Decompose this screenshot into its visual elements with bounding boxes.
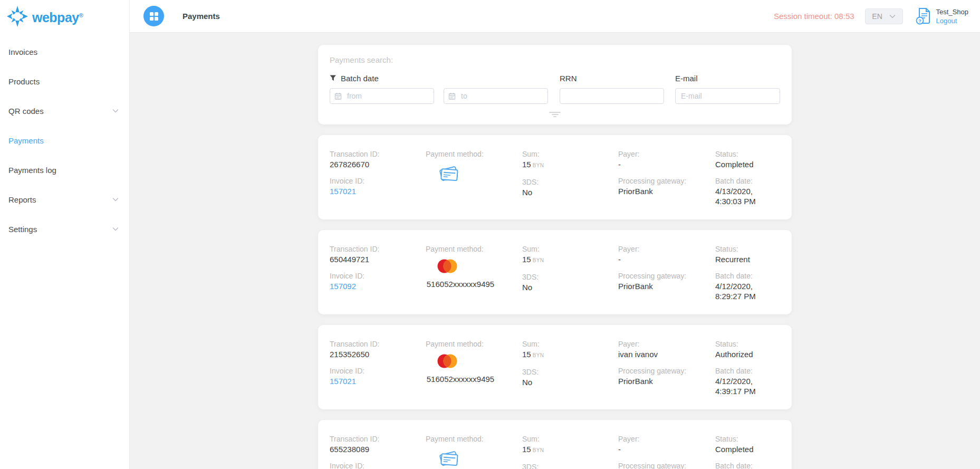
language-select[interactable]: EN bbox=[865, 8, 903, 24]
status-column: Status: Recurrent Batch date: 4/12/2020,… bbox=[715, 244, 781, 301]
sum-label: Sum: bbox=[522, 434, 618, 444]
webpay-logo[interactable]: webpay® bbox=[0, 0, 129, 30]
transaction-id-label: Transaction ID: bbox=[330, 149, 426, 159]
sidebar-item-settings[interactable]: Settings bbox=[0, 214, 129, 244]
invoice-id-link[interactable]: 157021 bbox=[330, 376, 356, 386]
payment-method-label: Payment method: bbox=[426, 244, 522, 254]
trademark: ® bbox=[79, 12, 83, 18]
sum-value: 15BYN bbox=[522, 349, 618, 360]
invoice-id-link[interactable]: 157021 bbox=[330, 186, 356, 196]
sum-column: Sum: 15BYN 3DS: No bbox=[522, 434, 618, 469]
threeds-value: No bbox=[522, 187, 618, 197]
transaction-id-value: 267826670 bbox=[330, 159, 426, 169]
date-to-input[interactable] bbox=[444, 88, 548, 104]
gateway-label: Processing gateway: bbox=[618, 271, 715, 281]
svg-text:?: ? bbox=[918, 17, 921, 23]
sidebar-item-label: Reports bbox=[8, 195, 36, 204]
payer-column: Payer: - Processing gateway: PriorBank bbox=[618, 244, 715, 301]
transaction-id-value: 215352650 bbox=[330, 349, 426, 359]
sidebar-item-reports[interactable]: Reports bbox=[0, 185, 129, 214]
help-document-icon[interactable]: ? bbox=[916, 7, 931, 25]
batch-date-label: Batch date: bbox=[715, 366, 781, 376]
sidebar-item-label: Invoices bbox=[8, 47, 37, 56]
logo-text: webpay® bbox=[32, 10, 83, 25]
transaction-id-label: Transaction ID: bbox=[330, 339, 426, 349]
batch-date-label: Batch date: bbox=[715, 461, 781, 469]
masked-pan: 516052xxxxxx9495 bbox=[426, 375, 495, 384]
sidebar-item-invoices[interactable]: Invoices bbox=[0, 37, 129, 66]
search-title: Payments search: bbox=[330, 55, 780, 64]
payment-method-label: Payment method: bbox=[426, 339, 522, 349]
email-filter: E-mail bbox=[675, 73, 780, 104]
gateway-label: Processing gateway: bbox=[618, 176, 715, 186]
batch-date-label: Batch date: bbox=[715, 176, 781, 186]
threeds-label: 3DS: bbox=[522, 462, 618, 469]
search-filters: Batch date bbox=[330, 73, 780, 104]
sidebar-item-payments[interactable]: Payments bbox=[0, 126, 129, 155]
sum-label: Sum: bbox=[522, 339, 618, 349]
method-column: Payment method: 516052xxxxxx9495 bbox=[426, 244, 522, 301]
payment-card: Transaction ID: 650449721 Invoice ID: 15… bbox=[318, 230, 792, 314]
sum-column: Sum: 15BYN 3DS: No bbox=[522, 339, 618, 396]
status-column: Status: Completed Batch date: 4/10/2020,… bbox=[715, 434, 781, 469]
method-column: Payment method: bbox=[426, 434, 522, 469]
filter-funnel-icon bbox=[330, 75, 337, 81]
calendar-icon bbox=[448, 92, 456, 100]
payment-method-label: Payment method: bbox=[426, 434, 522, 444]
email-input[interactable] bbox=[675, 88, 780, 104]
payer-label: Payer: bbox=[618, 149, 715, 159]
transaction-column: Transaction ID: 215352650 Invoice ID: 15… bbox=[330, 339, 426, 396]
sidebar-item-label: Payments bbox=[8, 136, 44, 145]
date-from-input[interactable] bbox=[330, 88, 434, 104]
invoice-id-link[interactable]: 157092 bbox=[330, 281, 356, 291]
sidebar-item-label: QR codes bbox=[8, 107, 44, 116]
logout-link[interactable]: Logout bbox=[936, 16, 968, 25]
mastercard-icon bbox=[437, 259, 457, 275]
sidebar: webpay® Invoices Products QR codes Payme… bbox=[0, 0, 130, 469]
payer-label: Payer: bbox=[618, 244, 715, 254]
sum-column: Sum: 15BYN 3DS: No bbox=[522, 149, 618, 206]
email-label: E-mail bbox=[675, 74, 698, 83]
sum-label: Sum: bbox=[522, 149, 618, 159]
collapse-search-toggle[interactable] bbox=[548, 112, 562, 119]
threeds-value: No bbox=[522, 282, 618, 292]
sum-value: 15BYN bbox=[522, 254, 618, 265]
account-block: Test_Shop Logout bbox=[936, 7, 968, 25]
status-label: Status: bbox=[715, 149, 781, 159]
shop-name: Test_Shop bbox=[936, 7, 968, 16]
bank-card-icon bbox=[437, 449, 460, 469]
bank-card-icon bbox=[437, 164, 460, 186]
sidebar-item-payments-log[interactable]: Payments log bbox=[0, 155, 129, 185]
status-value: Recurrent bbox=[715, 254, 781, 264]
chevron-down-icon bbox=[112, 109, 119, 113]
payer-value: - bbox=[618, 444, 715, 454]
payer-value: - bbox=[618, 159, 715, 169]
chevron-down-icon bbox=[112, 227, 119, 231]
apps-grid-button[interactable] bbox=[143, 6, 164, 26]
gateway-value: PriorBank bbox=[618, 376, 715, 386]
payer-column: Payer: - Processing gateway: PriorBank bbox=[618, 434, 715, 469]
sidebar-item-products[interactable]: Products bbox=[0, 66, 129, 96]
rrn-input[interactable] bbox=[560, 88, 664, 104]
calendar-icon bbox=[334, 92, 342, 100]
sidebar-item-label: Products bbox=[8, 77, 40, 86]
transaction-column: Transaction ID: 655238089 Invoice ID: 15… bbox=[330, 434, 426, 469]
payer-label: Payer: bbox=[618, 434, 715, 444]
language-value: EN bbox=[872, 12, 882, 21]
grid-icon bbox=[150, 12, 158, 21]
payment-method-label: Payment method: bbox=[426, 149, 522, 159]
method-column: Payment method: 516052xxxxxx9495 bbox=[426, 339, 522, 396]
invoice-id-label: Invoice ID: bbox=[330, 271, 426, 281]
status-label: Status: bbox=[715, 434, 781, 444]
date-to-wrap bbox=[444, 88, 548, 104]
sum-label: Sum: bbox=[522, 244, 618, 254]
threeds-label: 3DS: bbox=[522, 272, 618, 282]
sum-value: 15BYN bbox=[522, 444, 618, 455]
batch-date-label: Batch date bbox=[341, 74, 379, 83]
masked-pan: 516052xxxxxx9495 bbox=[426, 280, 495, 289]
page-title: Payments bbox=[182, 12, 220, 21]
transaction-column: Transaction ID: 650449721 Invoice ID: 15… bbox=[330, 244, 426, 301]
sidebar-item-qr-codes[interactable]: QR codes bbox=[0, 96, 129, 126]
status-column: Status: Completed Batch date: 4/13/2020,… bbox=[715, 149, 781, 206]
sidebar-item-label: Settings bbox=[8, 225, 37, 234]
